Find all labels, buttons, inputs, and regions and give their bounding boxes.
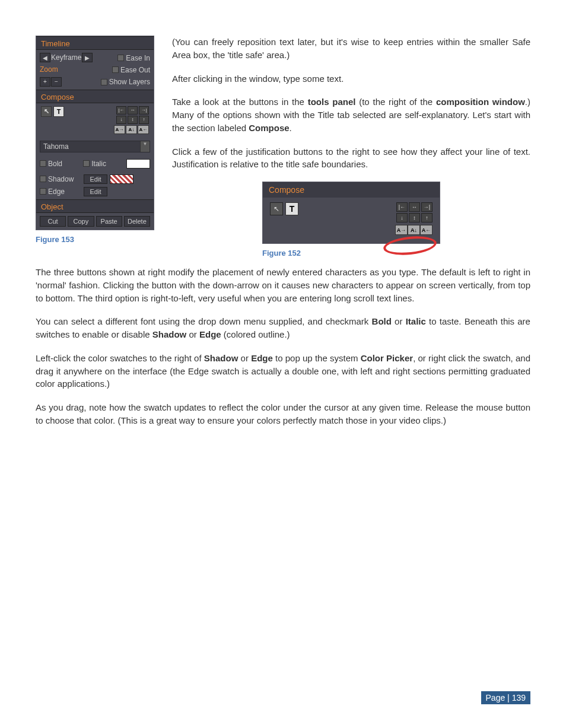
tools-panel-figure-153: Timeline ◀ Keyframe ▶ Ease In Zoom Ease … [36, 36, 154, 230]
shadow-color-swatch[interactable] [110, 174, 133, 184]
figure-153-caption: Figure 153 [36, 235, 155, 244]
ease-out-label: Ease Out [120, 66, 150, 74]
align-left-button[interactable]: |← [116, 106, 126, 115]
align-buttons-group: |← ↔ →| ↓ ↕ ↑ A→ A↓ A← [114, 106, 149, 134]
para-3: Take a look at the buttons in the tools … [172, 96, 530, 134]
edge-label: Edge [48, 187, 65, 196]
ease-in-checkbox[interactable] [117, 55, 124, 61]
zoom-out-button[interactable]: − [51, 77, 62, 87]
align-center-button-152[interactable]: ↔ [409, 202, 420, 212]
shadow-edit-button[interactable]: Edit [84, 174, 107, 184]
keyframe-prev-button[interactable]: ◀ [40, 53, 50, 62]
italic-checkbox[interactable] [83, 160, 90, 167]
compose-panel-figure-152: Compose ↖ T |← ↔ →| [262, 182, 440, 244]
bold-checkbox[interactable] [40, 160, 46, 167]
align-left-button-152[interactable]: |← [396, 202, 408, 212]
delete-button[interactable]: Delete [124, 216, 150, 227]
paste-button[interactable]: Paste [96, 216, 122, 227]
timeline-heading: Timeline [36, 36, 154, 50]
copy-button[interactable]: Copy [68, 216, 94, 227]
para-7: Left-click the color swatches to the rig… [36, 352, 530, 390]
bold-italic-color-swatch[interactable] [126, 159, 150, 169]
zoom-heading: Zoom [40, 65, 58, 74]
font-select[interactable]: Tahoma ▼ [40, 141, 150, 152]
align-top-button-152[interactable]: ↑ [421, 213, 433, 222]
dir-ltr-button[interactable]: A→ [114, 125, 125, 134]
align-middle-button[interactable]: ↕ [128, 116, 138, 124]
italic-label: Italic [91, 160, 106, 168]
para-4: Click a few of the justification buttons… [172, 145, 530, 171]
zoom-in-button[interactable]: + [40, 77, 50, 87]
keyframe-next-button[interactable]: ▶ [82, 53, 93, 62]
align-right-button[interactable]: →| [139, 106, 149, 115]
align-top-button[interactable]: ↑ [139, 116, 149, 124]
align-buttons-group-152: |← ↔ →| ↓ ↕ ↑ A→ [395, 202, 433, 235]
object-heading: Object [36, 199, 154, 213]
arrow-tool-button-152[interactable]: ↖ [270, 202, 283, 215]
figure-152-caption: Figure 152 [262, 249, 440, 257]
show-layers-label: Show Layers [109, 78, 150, 86]
dir-ltr-button-152[interactable]: A→ [395, 225, 408, 235]
align-middle-button-152[interactable]: ↕ [409, 213, 420, 222]
ease-in-label: Ease In [126, 53, 150, 62]
shadow-label: Shadow [48, 175, 74, 183]
font-select-value: Tahoma [40, 141, 140, 152]
dir-rtl-button-152[interactable]: A← [420, 225, 433, 235]
bold-label: Bold [48, 160, 62, 168]
para-8: As you drag, note how the swatch updates… [36, 401, 530, 427]
para-6: You can select a different font using th… [36, 315, 530, 341]
align-bottom-button[interactable]: ↓ [116, 116, 126, 124]
para-5: The three buttons shown at right modify … [36, 266, 530, 304]
dir-rtl-button[interactable]: A← [138, 125, 149, 134]
para-1: (You can freely reposition text later, b… [172, 36, 530, 62]
page-number-badge: Page | 139 [481, 691, 530, 704]
arrow-tool-button[interactable]: ↖ [41, 106, 52, 117]
dir-down-button-152[interactable]: A↓ [408, 225, 420, 235]
compose-heading-153: Compose [36, 90, 154, 103]
compose-heading-152: Compose [263, 182, 440, 198]
shadow-checkbox[interactable] [40, 176, 46, 182]
keyframe-label: Keyframe [51, 53, 81, 62]
edge-edit-button[interactable]: Edit [84, 187, 107, 196]
chevron-down-icon[interactable]: ▼ [140, 141, 150, 152]
text-tool-button[interactable]: T [53, 106, 64, 117]
align-bottom-button-152[interactable]: ↓ [396, 213, 408, 222]
para-2: After clicking in the window, type some … [172, 72, 530, 85]
edge-checkbox[interactable] [40, 188, 46, 195]
align-center-button[interactable]: ↔ [128, 106, 138, 115]
text-tool-button-152[interactable]: T [285, 202, 298, 215]
cut-button[interactable]: Cut [40, 216, 66, 227]
align-right-button-152[interactable]: →| [421, 202, 433, 212]
ease-out-checkbox[interactable] [112, 66, 119, 73]
dir-down-button[interactable]: A↓ [126, 125, 137, 134]
show-layers-checkbox[interactable] [101, 79, 107, 85]
